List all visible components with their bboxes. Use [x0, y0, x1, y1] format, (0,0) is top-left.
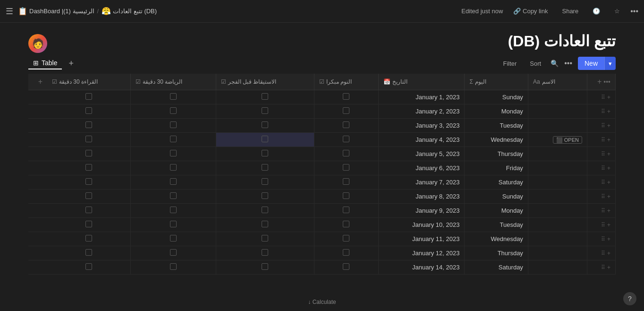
row-drag-icon[interactable]: ⠿: [601, 264, 605, 271]
row-sleep-cell[interactable]: [314, 218, 379, 232]
col-add-button[interactable]: +: [597, 78, 602, 86]
fajr-checkbox[interactable]: [262, 192, 268, 199]
row-add-icon[interactable]: +: [607, 264, 610, 271]
exercise-checkbox[interactable]: [170, 192, 177, 199]
row-fajr-cell[interactable]: [216, 246, 314, 260]
row-drag-icon[interactable]: ⠿: [601, 250, 605, 257]
row-drag-icon[interactable]: ⠿: [601, 94, 605, 101]
row-fajr-cell[interactable]: [216, 190, 314, 204]
reading-checkbox[interactable]: [85, 93, 92, 100]
row-name-cell[interactable]: [528, 190, 587, 204]
open-badge[interactable]: OPEN ⬛: [553, 136, 582, 144]
exercise-checkbox[interactable]: [170, 121, 177, 128]
row-drag-icon[interactable]: ⠿: [601, 108, 605, 115]
fajr-checkbox[interactable]: [262, 207, 268, 213]
row-exercise-cell[interactable]: [131, 218, 216, 232]
row-exercise-cell[interactable]: [131, 119, 216, 133]
row-name-cell[interactable]: OPEN ⬛: [528, 133, 587, 147]
row-sleep-cell[interactable]: [314, 147, 379, 161]
row-add-icon[interactable]: +: [607, 122, 610, 129]
exercise-checkbox[interactable]: [170, 235, 177, 242]
row-exercise-cell[interactable]: [131, 204, 216, 218]
row-drag-icon[interactable]: ⠿: [601, 151, 605, 157]
row-sleep-cell[interactable]: [314, 175, 379, 190]
row-add-icon[interactable]: +: [607, 137, 610, 143]
sleep-checkbox[interactable]: [343, 107, 349, 114]
reading-checkbox[interactable]: [85, 107, 92, 114]
row-reading-cell[interactable]: [47, 260, 131, 275]
nav-more-button[interactable]: •••: [630, 7, 638, 16]
row-sleep-cell[interactable]: [314, 90, 379, 104]
row-sleep-cell[interactable]: [314, 119, 379, 133]
reading-checkbox[interactable]: [85, 121, 92, 128]
row-add-icon[interactable]: +: [607, 207, 610, 214]
fajr-checkbox[interactable]: [262, 178, 268, 185]
sleep-checkbox[interactable]: [343, 178, 349, 185]
sleep-checkbox[interactable]: [343, 221, 349, 227]
row-sleep-cell[interactable]: [314, 133, 379, 147]
row-add-icon[interactable]: +: [607, 250, 610, 257]
sleep-checkbox[interactable]: [343, 192, 349, 199]
row-exercise-cell[interactable]: [131, 104, 216, 119]
exercise-checkbox[interactable]: [170, 263, 177, 270]
row-reading-cell[interactable]: [47, 232, 131, 246]
row-fajr-cell[interactable]: [216, 90, 314, 104]
filter-button[interactable]: Filter: [499, 58, 520, 69]
row-reading-cell[interactable]: [47, 161, 131, 175]
fajr-checkbox[interactable]: [262, 221, 268, 227]
row-fajr-cell[interactable]: [216, 161, 314, 175]
row-add-icon[interactable]: +: [607, 165, 610, 172]
exercise-checkbox[interactable]: [170, 178, 177, 185]
row-fajr-cell[interactable]: [216, 218, 314, 232]
reading-checkbox[interactable]: [85, 136, 92, 142]
reading-checkbox[interactable]: [85, 235, 92, 242]
row-add-icon[interactable]: +: [607, 108, 610, 115]
sleep-checkbox[interactable]: [343, 263, 349, 270]
new-button[interactable]: New: [578, 57, 604, 70]
row-fajr-cell[interactable]: [216, 104, 314, 119]
star-icon-button[interactable]: ☆: [610, 6, 624, 17]
sleep-checkbox[interactable]: [343, 249, 349, 256]
reading-checkbox[interactable]: [85, 263, 92, 270]
row-reading-cell[interactable]: [47, 218, 131, 232]
reading-checkbox[interactable]: [85, 178, 92, 185]
col-more-button[interactable]: •••: [603, 78, 610, 86]
reading-checkbox[interactable]: [85, 192, 92, 199]
row-exercise-cell[interactable]: [131, 90, 216, 104]
row-add-icon[interactable]: +: [607, 222, 610, 228]
row-fajr-cell[interactable]: [216, 133, 314, 147]
row-drag-icon[interactable]: ⠿: [601, 236, 605, 242]
row-name-cell[interactable]: [528, 147, 587, 161]
reading-checkbox[interactable]: [85, 221, 92, 227]
row-name-cell[interactable]: [528, 260, 587, 275]
fajr-checkbox[interactable]: [262, 235, 268, 242]
row-add-icon[interactable]: +: [607, 193, 610, 200]
row-reading-cell[interactable]: [47, 104, 131, 119]
sleep-checkbox[interactable]: [343, 121, 349, 128]
exercise-checkbox[interactable]: [170, 249, 177, 256]
row-name-cell[interactable]: [528, 246, 587, 260]
row-add-icon[interactable]: +: [607, 151, 610, 157]
reading-checkbox[interactable]: [85, 164, 92, 171]
row-sleep-cell[interactable]: [314, 246, 379, 260]
row-exercise-cell[interactable]: [131, 133, 216, 147]
calculate-button[interactable]: ↓ Calculate: [308, 299, 336, 305]
row-reading-cell[interactable]: [47, 147, 131, 161]
row-name-cell[interactable]: [528, 218, 587, 232]
row-exercise-cell[interactable]: [131, 175, 216, 190]
row-name-cell[interactable]: [528, 175, 587, 190]
sleep-checkbox[interactable]: [343, 235, 349, 242]
col-header-add[interactable]: +: [28, 74, 47, 90]
row-name-cell[interactable]: [528, 90, 587, 104]
row-reading-cell[interactable]: [47, 133, 131, 147]
row-drag-icon[interactable]: ⠿: [601, 137, 605, 143]
fajr-checkbox[interactable]: [262, 263, 268, 270]
fajr-checkbox[interactable]: [262, 164, 268, 171]
row-sleep-cell[interactable]: [314, 161, 379, 175]
exercise-checkbox[interactable]: [170, 164, 177, 171]
row-drag-icon[interactable]: ⠿: [601, 122, 605, 129]
sleep-checkbox[interactable]: [343, 136, 349, 142]
new-dropdown-button[interactable]: ▾: [604, 57, 616, 70]
fajr-checkbox[interactable]: [262, 249, 268, 256]
add-view-button[interactable]: +: [66, 58, 76, 69]
